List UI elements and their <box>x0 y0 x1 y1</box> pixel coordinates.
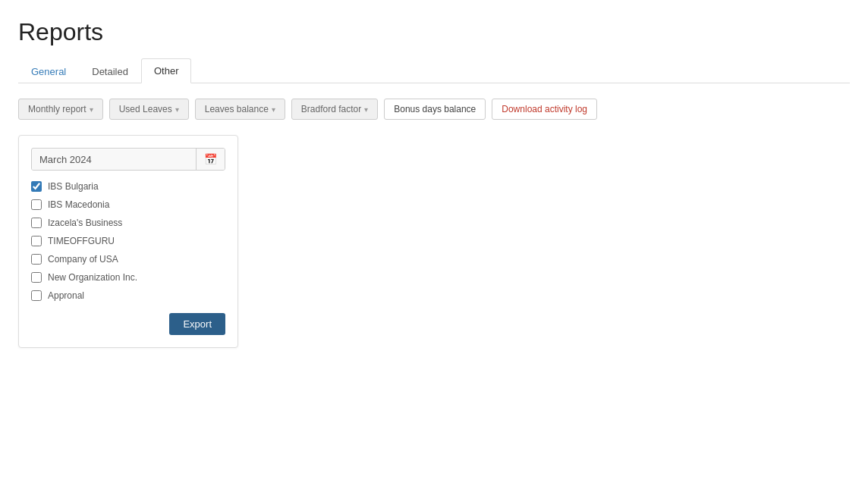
calendar-icon-button[interactable]: 📅 <box>196 149 225 170</box>
organization-checkbox-list: IBS Bulgaria IBS Macedonia Izacela's Bus… <box>31 181 225 301</box>
page-container: Reports General Detailed Other Monthly r… <box>0 0 868 498</box>
download-activity-log-label: Download activity log <box>502 104 587 114</box>
date-input-row: 📅 <box>31 148 225 171</box>
export-row: Export <box>31 313 225 335</box>
list-item[interactable]: IBS Macedonia <box>31 199 225 210</box>
tab-other[interactable]: Other <box>141 58 192 83</box>
bradford-factor-label: Bradford factor <box>301 104 361 114</box>
list-item[interactable]: New Organization Inc. <box>31 272 225 283</box>
tab-detailed[interactable]: Detailed <box>79 58 141 83</box>
leaves-balance-button[interactable]: Leaves balance ▾ <box>195 99 285 120</box>
list-item[interactable]: IBS Bulgaria <box>31 181 225 192</box>
ibs-bulgaria-checkbox[interactable] <box>31 181 42 192</box>
download-activity-log-button[interactable]: Download activity log <box>492 99 597 120</box>
list-item[interactable]: Company of USA <box>31 254 225 265</box>
page-title: Reports <box>18 18 850 46</box>
tab-general[interactable]: General <box>18 58 79 83</box>
used-leaves-button[interactable]: Used Leaves ▾ <box>109 99 189 120</box>
new-organization-checkbox[interactable] <box>31 272 42 283</box>
tabs-bar: General Detailed Other <box>18 58 850 83</box>
bonus-days-balance-label: Bonus days balance <box>394 104 476 114</box>
list-item[interactable]: Appronal <box>31 290 225 301</box>
bradford-factor-caret-icon: ▾ <box>364 105 368 114</box>
company-of-usa-checkbox[interactable] <box>31 254 42 265</box>
export-panel: 📅 IBS Bulgaria IBS Macedonia Izacela's B… <box>18 135 238 348</box>
ibs-bulgaria-label: IBS Bulgaria <box>48 181 99 192</box>
appronal-label: Appronal <box>48 290 84 301</box>
izacelas-business-label: Izacela's Business <box>48 218 122 228</box>
new-organization-label: New Organization Inc. <box>48 272 137 283</box>
used-leaves-caret-icon: ▾ <box>175 105 179 114</box>
list-item[interactable]: TIMEOFFGURU <box>31 236 225 246</box>
izacelas-business-checkbox[interactable] <box>31 218 42 228</box>
calendar-icon: 📅 <box>204 153 217 165</box>
list-item[interactable]: Izacela's Business <box>31 218 225 228</box>
leaves-balance-label: Leaves balance <box>205 104 269 114</box>
date-input[interactable] <box>32 149 196 170</box>
monthly-report-caret-icon: ▾ <box>90 105 93 114</box>
bradford-factor-button[interactable]: Bradford factor ▾ <box>291 99 378 120</box>
monthly-report-button[interactable]: Monthly report ▾ <box>18 99 103 120</box>
monthly-report-label: Monthly report <box>28 104 86 114</box>
ibs-macedonia-checkbox[interactable] <box>31 199 42 210</box>
used-leaves-label: Used Leaves <box>119 104 172 114</box>
timeoffguru-checkbox[interactable] <box>31 236 42 246</box>
ibs-macedonia-label: IBS Macedonia <box>48 199 109 210</box>
bonus-days-balance-button[interactable]: Bonus days balance <box>384 99 486 120</box>
leaves-balance-caret-icon: ▾ <box>272 105 275 114</box>
company-of-usa-label: Company of USA <box>48 254 118 265</box>
export-button[interactable]: Export <box>169 313 225 335</box>
toolbar: Monthly report ▾ Used Leaves ▾ Leaves ba… <box>18 99 850 120</box>
appronal-checkbox[interactable] <box>31 290 42 301</box>
timeoffguru-label: TIMEOFFGURU <box>48 236 115 246</box>
